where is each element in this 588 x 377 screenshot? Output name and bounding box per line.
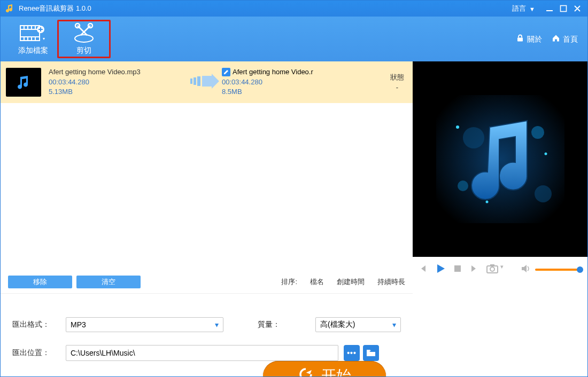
slider-thumb-icon — [577, 266, 583, 273]
destination-duration: 00:03:44.280 — [222, 77, 318, 88]
file-row[interactable]: Afert getting home Video.mp3 00:03:44.28… — [1, 61, 413, 103]
minimize-button[interactable] — [543, 1, 556, 17]
maximize-button[interactable] — [556, 1, 570, 17]
path-label: 匯出位置： — [12, 348, 60, 358]
play-button[interactable] — [435, 263, 446, 276]
svg-point-26 — [535, 185, 552, 202]
sort-by-duration[interactable]: 持續時長 — [377, 277, 405, 287]
source-filename: Afert getting home Video.mp3 — [49, 67, 188, 77]
snapshot-button[interactable] — [486, 264, 498, 276]
add-file-label: 添加檔案 — [18, 46, 48, 56]
close-button[interactable] — [570, 1, 584, 17]
home-link[interactable]: 首頁 — [552, 34, 578, 44]
start-label: 开始 — [321, 366, 351, 377]
svg-rect-21 — [197, 76, 200, 86]
lock-icon — [516, 34, 524, 44]
status-header: 狀態 — [390, 72, 404, 83]
start-button[interactable]: 开始 — [263, 361, 386, 377]
format-label: 匯出格式： — [12, 320, 60, 329]
toolbar: 添加檔案 剪切 關於 首頁 — [1, 17, 587, 61]
quality-select[interactable]: 高(檔案大) ▾ — [315, 317, 401, 332]
svg-rect-33 — [490, 264, 494, 266]
sort-by-created[interactable]: 創建時間 — [337, 277, 365, 287]
language-label[interactable]: 語言 — [512, 4, 526, 13]
cut-label: 剪切 — [76, 46, 91, 56]
app-logo-icon — [5, 4, 14, 13]
edit-icon[interactable] — [222, 68, 230, 76]
volume-slider[interactable] — [535, 269, 580, 271]
file-list: Afert getting home Video.mp3 00:03:44.28… — [1, 61, 413, 271]
list-action-bar: 移除 清空 排序: 檔名 創建時間 持續時長 — [1, 271, 413, 293]
path-more-button[interactable]: ••• — [344, 345, 360, 361]
left-column: Afert getting home Video.mp3 00:03:44.28… — [1, 61, 413, 376]
format-value: MP3 — [71, 320, 86, 329]
chevron-down-icon: ▾ — [392, 320, 396, 329]
svg-point-32 — [490, 267, 494, 271]
preview-column: ▾ — [413, 61, 587, 376]
svg-point-24 — [531, 126, 544, 139]
destination-filename: Afert getting home Video.r — [233, 67, 313, 77]
destination-size: 8.5MB — [222, 87, 318, 97]
clear-button[interactable]: 清空 — [76, 276, 141, 288]
next-button[interactable] — [469, 264, 479, 276]
svg-rect-0 — [546, 10, 553, 11]
arrow-icon — [188, 74, 222, 91]
file-thumbnail — [6, 68, 41, 97]
chevron-down-icon: ▾ — [215, 320, 219, 329]
ribbon-right-links: 關於 首頁 — [516, 34, 578, 44]
app-title: Renee音訊裁剪器 1.0.0 — [19, 4, 91, 13]
about-link[interactable]: 關於 — [516, 34, 542, 44]
sort-by-name[interactable]: 檔名 — [310, 277, 324, 287]
source-info: Afert getting home Video.mp3 00:03:44.28… — [49, 67, 188, 98]
svg-rect-19 — [190, 78, 192, 84]
film-add-icon — [19, 22, 47, 44]
volume-icon[interactable] — [521, 264, 531, 275]
output-path-field[interactable]: C:\Users\LH\Music\ — [66, 345, 338, 361]
svg-point-27 — [456, 125, 459, 129]
about-label: 關於 — [527, 34, 542, 44]
player-controls: ▾ — [413, 257, 587, 282]
scissors-icon — [72, 22, 96, 44]
svg-rect-30 — [454, 265, 461, 272]
cut-button[interactable]: 剪切 — [60, 22, 108, 56]
svg-rect-20 — [194, 77, 196, 85]
svg-rect-2 — [20, 26, 40, 41]
language-dropdown-icon[interactable]: ▼ — [529, 6, 535, 12]
svg-rect-1 — [561, 6, 567, 12]
source-duration: 00:03:44.280 — [49, 77, 188, 88]
open-folder-button[interactable] — [363, 345, 379, 361]
sort-prefix: 排序: — [281, 277, 297, 287]
stop-button[interactable] — [453, 264, 462, 275]
quality-label: 質量： — [258, 320, 306, 329]
status-value: - — [390, 82, 404, 93]
destination-info: Afert getting home Video.r 00:03:44.280 … — [222, 67, 318, 98]
refresh-icon — [298, 366, 314, 378]
cut-button-highlight: 剪切 — [57, 20, 111, 58]
title-bar: Renee音訊裁剪器 1.0.0 語言 ▼ — [1, 1, 587, 17]
preview-canvas — [413, 61, 587, 257]
remove-button[interactable]: 移除 — [8, 276, 72, 288]
svg-point-29 — [485, 201, 488, 203]
svg-point-25 — [458, 180, 468, 191]
export-settings: 匯出格式： MP3 ▾ 質量： 高(檔案大) ▾ 匯出位置： C:\Users\… — [1, 293, 413, 371]
status-column: 狀態 - — [390, 72, 407, 93]
source-size: 5.13MB — [49, 87, 188, 97]
svg-rect-17 — [517, 38, 523, 42]
svg-rect-18 — [13, 73, 34, 92]
format-select[interactable]: MP3 ▾ — [66, 317, 223, 332]
home-icon — [552, 34, 560, 44]
prev-button[interactable] — [418, 264, 428, 276]
svg-rect-22 — [436, 95, 564, 223]
home-label: 首頁 — [563, 34, 578, 44]
svg-point-14 — [75, 35, 93, 42]
chevron-down-icon: ▾ — [500, 263, 504, 270]
quality-value: 高(檔案大) — [320, 320, 355, 329]
add-file-button[interactable]: 添加檔案 — [9, 22, 57, 56]
main-area: Afert getting home Video.mp3 00:03:44.28… — [1, 61, 587, 376]
svg-point-23 — [463, 127, 484, 148]
output-path-value: C:\Users\LH\Music\ — [71, 349, 135, 357]
svg-point-28 — [544, 153, 547, 155]
